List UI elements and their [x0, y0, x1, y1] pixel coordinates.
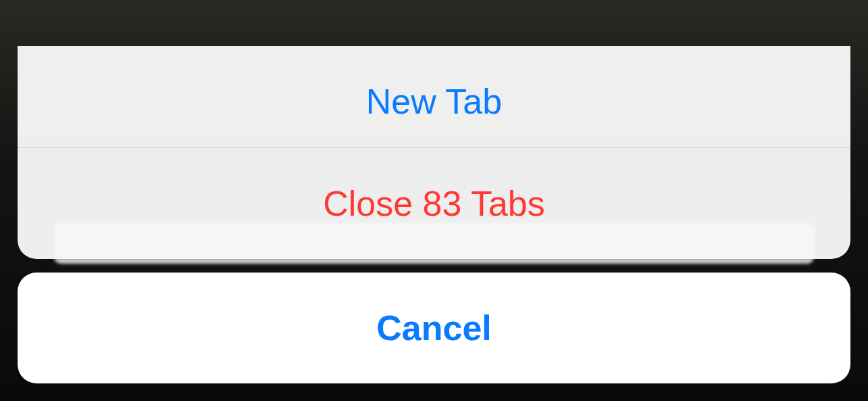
cancel-button[interactable]: Cancel [18, 273, 850, 383]
close-all-tabs-button[interactable]: Close 83 Tabs [18, 148, 850, 259]
new-tab-button[interactable]: New Tab [18, 46, 850, 147]
action-sheet: New Tab Close 83 Tabs Cancel [18, 0, 850, 401]
action-options-group: New Tab Close 83 Tabs [18, 46, 850, 259]
cancel-group: Cancel [18, 273, 850, 383]
